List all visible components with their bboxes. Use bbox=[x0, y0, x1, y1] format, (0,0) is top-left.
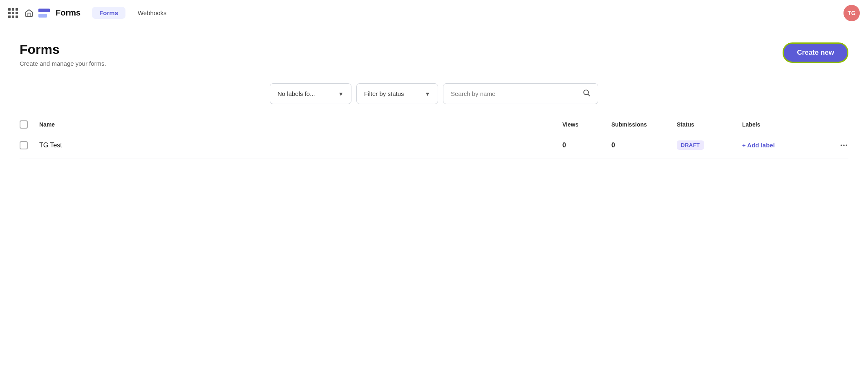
svg-point-3 bbox=[843, 144, 845, 146]
labels-filter-label: No labels fo... bbox=[277, 90, 315, 97]
svg-line-1 bbox=[588, 94, 590, 96]
page-subtitle: Create and manage your forms. bbox=[20, 60, 106, 67]
col-views-header: Views bbox=[562, 121, 611, 128]
forms-app-icon bbox=[38, 9, 50, 18]
page-title: Forms bbox=[20, 42, 106, 57]
page-header: Forms Create and manage your forms. Crea… bbox=[20, 42, 848, 67]
select-all-checkbox[interactable] bbox=[20, 120, 28, 129]
user-avatar[interactable]: TG bbox=[843, 5, 860, 21]
labels-filter[interactable]: No labels fo... ▼ bbox=[270, 83, 351, 104]
row-name: TG Test bbox=[39, 142, 562, 149]
top-navigation: Forms Forms Webhooks TG bbox=[0, 0, 868, 26]
svg-point-2 bbox=[841, 144, 842, 146]
filters-row: No labels fo... ▼ Filter by status ▼ bbox=[20, 83, 848, 104]
row-more-options[interactable] bbox=[824, 141, 848, 150]
labels-filter-chevron: ▼ bbox=[338, 91, 344, 97]
grid-icon[interactable] bbox=[8, 8, 18, 18]
tab-webhooks[interactable]: Webhooks bbox=[130, 7, 174, 19]
col-submissions-header: Submissions bbox=[611, 121, 677, 128]
col-labels-header: Labels bbox=[742, 121, 824, 128]
col-status-header: Status bbox=[677, 121, 742, 128]
search-input[interactable] bbox=[451, 90, 579, 97]
svg-point-4 bbox=[846, 144, 848, 146]
row-checkbox[interactable] bbox=[20, 141, 28, 149]
create-new-button[interactable]: Create new bbox=[783, 42, 848, 63]
draft-badge: DRAFT bbox=[677, 140, 704, 150]
row-status: DRAFT bbox=[677, 140, 742, 150]
row-submissions: 0 bbox=[611, 142, 677, 149]
add-label-button[interactable]: + Add label bbox=[742, 142, 775, 149]
tab-forms[interactable]: Forms bbox=[92, 7, 125, 19]
page-title-group: Forms Create and manage your forms. bbox=[20, 42, 106, 67]
search-box[interactable] bbox=[443, 83, 598, 104]
home-icon[interactable] bbox=[25, 9, 34, 18]
search-icon bbox=[582, 89, 591, 99]
col-name-header: Name bbox=[39, 121, 562, 128]
row-labels: + Add label bbox=[742, 142, 824, 149]
row-views: 0 bbox=[562, 142, 611, 149]
app-title: Forms bbox=[56, 8, 81, 18]
table-row: TG Test 0 0 DRAFT + Add label bbox=[20, 132, 848, 158]
table-header: Name Views Submissions Status Labels bbox=[20, 117, 848, 132]
forms-table: Name Views Submissions Status Labels TG … bbox=[20, 117, 848, 158]
status-filter[interactable]: Filter by status ▼ bbox=[356, 83, 438, 104]
main-content: Forms Create and manage your forms. Crea… bbox=[0, 26, 868, 175]
status-filter-chevron: ▼ bbox=[425, 91, 430, 97]
status-filter-label: Filter by status bbox=[364, 90, 404, 97]
